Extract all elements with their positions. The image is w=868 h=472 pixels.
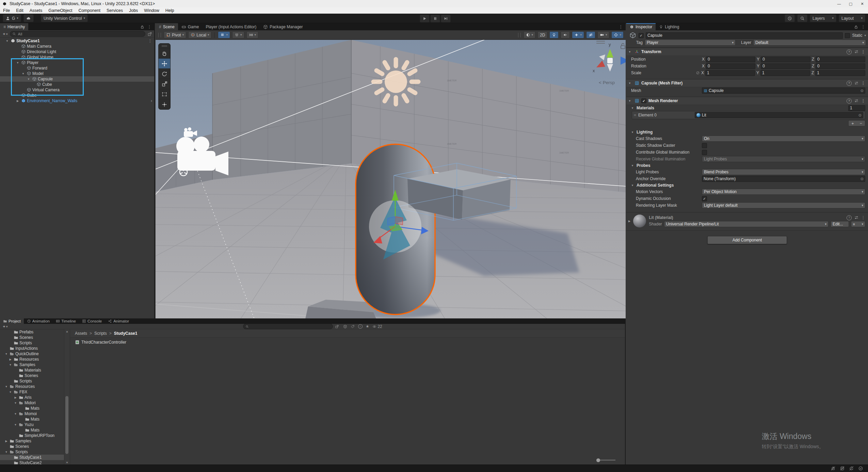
scene-visibility-toggle[interactable]: [586, 31, 595, 38]
component-enabled-checkbox[interactable]: ✓: [641, 98, 646, 103]
hierarchy-search-input[interactable]: [17, 32, 143, 36]
lock-icon[interactable]: [854, 25, 858, 29]
folder-item[interactable]: ▶Resources: [0, 357, 64, 362]
transform-component-header[interactable]: ▼ Transform ? ⋮: [626, 48, 868, 56]
menu-file[interactable]: File: [0, 7, 13, 14]
scene-lighting-toggle[interactable]: [549, 31, 559, 38]
tab-animator[interactable]: Animator: [105, 318, 132, 324]
tab-scene[interactable]: # Scene: [156, 23, 178, 30]
shader-dropdown[interactable]: Universal Render Pipeline/Lit▾: [664, 221, 829, 227]
static-checkbox[interactable]: [845, 33, 850, 38]
tab-timeline[interactable]: Timeline: [53, 318, 79, 324]
transform-tool-button[interactable]: [159, 99, 170, 109]
folder-item[interactable]: ▼FBX: [0, 389, 64, 395]
breadcrumb-assets[interactable]: Assets: [75, 331, 87, 336]
orientation-mode-dropdown[interactable]: Local▾: [188, 31, 211, 38]
cache-server-disabled-icon[interactable]: [840, 466, 845, 471]
play-button[interactable]: [420, 15, 430, 22]
tag-dropdown[interactable]: Player▾: [645, 40, 736, 46]
expand-arrow-icon[interactable]: ▼: [13, 412, 18, 415]
hierarchy-item-scene[interactable]: ▼ StudyCase1 ⋮: [0, 38, 154, 44]
auto-refresh-disabled-icon[interactable]: [849, 466, 854, 471]
camera-settings-dropdown[interactable]: ▾: [597, 31, 610, 38]
expand-arrow-icon[interactable]: ▼: [8, 391, 13, 394]
folder-item[interactable]: ▼Resources: [0, 384, 64, 389]
folder-item[interactable]: ▼Midori: [0, 400, 64, 406]
close-button[interactable]: ✕: [856, 0, 868, 7]
increment-snap-toggle[interactable]: ▾: [232, 31, 244, 38]
tab-hierarchy[interactable]: ≡ Hierarchy: [0, 23, 28, 30]
shader-list-button[interactable]: ≡▾: [851, 221, 865, 227]
folder-item[interactable]: Mats: [0, 416, 64, 422]
menu-edit[interactable]: Edit: [13, 7, 27, 14]
object-picker-icon[interactable]: ⊙: [858, 113, 862, 117]
open-window-icon[interactable]: [335, 325, 339, 329]
hierarchy-item[interactable]: Virtual Camera: [0, 87, 154, 93]
dynamic-occlusion-checkbox[interactable]: ✓: [702, 196, 707, 201]
grid-snapping-toggle[interactable]: ▾: [218, 31, 230, 38]
folder-item[interactable]: Scripts: [0, 340, 64, 346]
cast-shadows-dropdown[interactable]: On▾: [702, 136, 865, 142]
toolbar-handle[interactable]: [518, 33, 521, 37]
menu-component[interactable]: Component: [75, 7, 103, 14]
hierarchy-item-player[interactable]: ▼Player: [0, 60, 154, 65]
pause-button[interactable]: [430, 15, 440, 22]
tab-project[interactable]: Project: [0, 318, 24, 324]
rotation-z-field[interactable]: 0: [816, 63, 865, 69]
layout-dropdown[interactable]: Layout ▾: [839, 14, 865, 22]
thumbnail-zoom-slider[interactable]: [596, 458, 615, 462]
kebab-menu-icon[interactable]: ⋮: [148, 38, 152, 43]
search-button[interactable]: [797, 14, 807, 22]
folder-item[interactable]: Prefabs: [0, 329, 64, 335]
hierarchy-item[interactable]: Global Volume: [0, 54, 154, 60]
help-icon[interactable]: ?: [847, 49, 852, 54]
expand-arrow-icon[interactable]: ▼: [5, 40, 10, 43]
hierarchy-item[interactable]: Directional Light: [0, 49, 154, 54]
scale-x-field[interactable]: 1: [705, 70, 755, 76]
lighting-foldout[interactable]: ▼Lighting: [626, 129, 868, 135]
scene-effects-dropdown[interactable]: ▾: [572, 31, 584, 38]
folder-item[interactable]: Materials: [0, 367, 64, 373]
activity-ok-icon[interactable]: [858, 466, 863, 471]
hierarchy-item-capsule-selected[interactable]: ▼Capsule: [0, 76, 154, 82]
additional-settings-foldout[interactable]: ▼Additional Settings: [626, 182, 868, 188]
step-button[interactable]: [441, 15, 451, 22]
scroll-down-icon[interactable]: ▼: [66, 461, 68, 464]
folder-item[interactable]: ▼Yuzu: [0, 422, 64, 427]
expand-arrow-icon[interactable]: ▼: [4, 385, 9, 388]
asset-filter-icon[interactable]: [343, 325, 347, 329]
breadcrumb-scripts[interactable]: Scripts: [94, 331, 107, 336]
gizmos-dropdown[interactable]: ▾: [611, 31, 624, 38]
static-shadow-caster-checkbox[interactable]: [702, 143, 707, 148]
folder-item-selected[interactable]: StudyCase1: [0, 455, 64, 460]
prefab-open-arrow-icon[interactable]: ›: [151, 98, 152, 103]
menu-window[interactable]: Window: [141, 7, 162, 14]
project-search-input[interactable]: [250, 324, 331, 329]
folder-item[interactable]: ▶Samples: [0, 438, 64, 444]
hierarchy-item[interactable]: ▼Model: [0, 71, 154, 76]
folder-item[interactable]: Scenes: [0, 373, 64, 378]
draw-mode-dropdown[interactable]: ▾: [524, 31, 536, 38]
material-thumbnail[interactable]: [633, 215, 646, 227]
rendering-layer-mask-dropdown[interactable]: Light Layer default▾: [702, 202, 865, 208]
static-dropdown-icon[interactable]: ▾: [864, 34, 866, 37]
drag-handle-icon[interactable]: =: [634, 113, 636, 117]
breadcrumb-current[interactable]: StudyCase1: [114, 331, 138, 336]
material-object-field[interactable]: Lit ⊙: [695, 112, 863, 118]
light-probes-dropdown[interactable]: Blend Probes▾: [702, 169, 865, 175]
scale-z-field[interactable]: 1: [815, 70, 865, 76]
scroll-up-icon[interactable]: ▲: [66, 330, 68, 333]
folder-item[interactable]: Scripts: [0, 378, 64, 384]
scale-y-field[interactable]: 1: [760, 70, 810, 76]
expand-arrow-icon[interactable]: ▼: [13, 402, 18, 405]
menu-gameobject[interactable]: GameObject: [45, 7, 75, 14]
expand-arrow-icon[interactable]: ▼: [13, 423, 18, 426]
layers-dropdown[interactable]: Layers ▾: [810, 14, 836, 22]
kebab-menu-icon[interactable]: ⋮: [861, 98, 865, 103]
hierarchy-search[interactable]: [10, 31, 145, 37]
object-picker-icon[interactable]: ⊙: [861, 89, 864, 93]
label-filter-icon[interactable]: [351, 325, 355, 329]
debugger-disabled-icon[interactable]: [831, 466, 836, 471]
folder-item[interactable]: ▼QuickOutline: [0, 351, 64, 357]
maximize-button[interactable]: ▢: [845, 0, 856, 7]
